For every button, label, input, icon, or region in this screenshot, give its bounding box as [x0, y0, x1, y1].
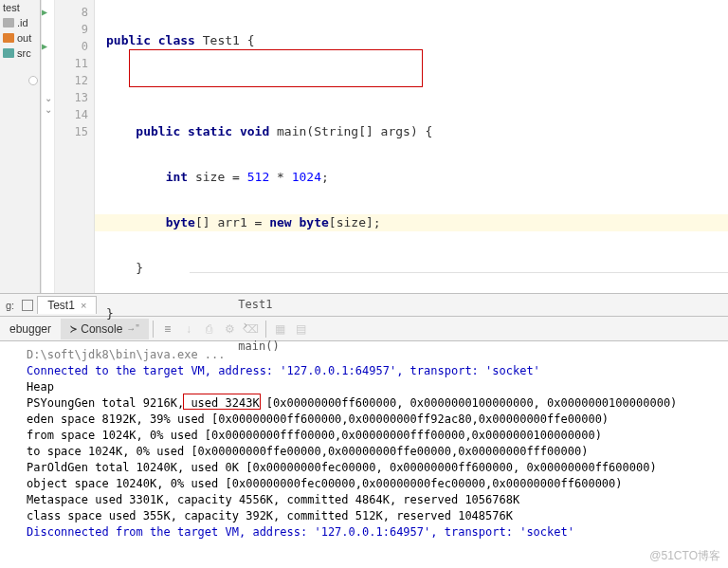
folder-icon — [3, 18, 14, 27]
console-icon: ≻ — [70, 322, 77, 336]
breadcrumb-item[interactable]: Test1 — [238, 298, 272, 311]
sidebar-item-src[interactable]: src — [0, 46, 40, 61]
code-line[interactable]: public static void main(String[] args) { — [95, 123, 728, 140]
code-line[interactable] — [95, 78, 728, 95]
console-line: D:\soft\jdk8\bin\java.exe ... — [27, 347, 724, 363]
chevron-right-icon: › — [242, 319, 248, 332]
code-editor[interactable]: public class Test1 { public static void … — [95, 0, 728, 293]
sidebar-item-label: .id — [17, 17, 28, 28]
console-line: class space used 355K, capacity 392K, co… — [27, 508, 724, 524]
console-line: Disconnected from the target VM, address… — [27, 524, 724, 541]
code-line[interactable]: int size = 512 * 1024; — [95, 169, 728, 186]
line-number[interactable]: ▶8 — [55, 4, 88, 21]
code-line[interactable]: byte[] arr1 = new byte[size]; — [95, 214, 728, 231]
folder-icon — [3, 33, 14, 43]
tab-label: Test1 — [47, 299, 75, 312]
run-icon[interactable]: ▶ — [42, 38, 47, 55]
code-line[interactable]: } — [95, 305, 728, 322]
console-line: object space 10240K, 0% used [0x00000000… — [27, 476, 724, 492]
watermark: @51CTO博客 — [649, 548, 720, 564]
console-line: Heap — [27, 379, 724, 395]
line-number[interactable]: 9 — [55, 21, 88, 38]
line-number[interactable]: 11 — [55, 55, 88, 72]
line-number-gutter: ▶8 9 ▶0 11 12 13 14 15 — [55, 0, 95, 293]
line-number[interactable]: 12 — [55, 72, 88, 89]
console-line: Connected to the target VM, address: '12… — [27, 363, 724, 379]
run-icon[interactable]: ▶ — [42, 4, 47, 21]
close-icon[interactable]: × — [81, 300, 86, 311]
breadcrumb[interactable]: Test1 › main() — [190, 272, 728, 293]
run-tab[interactable]: Test1 × — [37, 296, 97, 314]
code-line[interactable]: public class Test1 { — [95, 32, 728, 49]
sidebar-item-idea[interactable]: .id — [0, 15, 40, 30]
breakpoint-icon[interactable] — [28, 76, 38, 85]
panel-label: g: — [6, 300, 14, 311]
line-number[interactable]: 15 — [55, 123, 88, 140]
line-number[interactable]: 13 — [55, 89, 88, 106]
editor-area: test .id out src ⌄ ⌄ ▶8 9 ▶0 11 12 13 14… — [0, 0, 728, 294]
console-line: PSYoungGen total 9216K, used 3243K [0x00… — [27, 395, 724, 412]
console-line: Metaspace used 3301K, capacity 4556K, co… — [27, 492, 724, 508]
chevron-down-icon[interactable]: ⌄ — [45, 95, 52, 102]
sidebar-item-out[interactable]: out — [0, 30, 40, 46]
chevron-down-icon[interactable]: ⌄ — [45, 106, 52, 114]
console-output[interactable]: D:\soft\jdk8\bin\java.exe ... Connected … — [0, 341, 728, 546]
restore-icon[interactable] — [22, 300, 33, 311]
console-line: from space 1024K, 0% used [0x00000000fff… — [27, 428, 724, 444]
project-sidebar[interactable]: test .id out src — [0, 0, 41, 293]
folder-icon — [3, 48, 14, 58]
line-number[interactable]: ▶0 — [55, 38, 88, 55]
tab-debugger[interactable]: ebugger — [0, 319, 61, 339]
sidebar-item-test[interactable]: test — [0, 0, 40, 15]
sidebar-item-label: out — [17, 32, 31, 44]
line-number[interactable]: 14 — [55, 106, 88, 123]
console-line: to space 1024K, 0% used [0x00000000ffe00… — [27, 444, 724, 460]
console-line: ParOldGen total 10240K, used 0K [0x00000… — [27, 460, 724, 476]
sidebar-item-label: test — [3, 2, 20, 13]
console-line: eden space 8192K, 39% used [0x00000000ff… — [27, 412, 724, 428]
sidebar-item-label: src — [17, 47, 31, 59]
